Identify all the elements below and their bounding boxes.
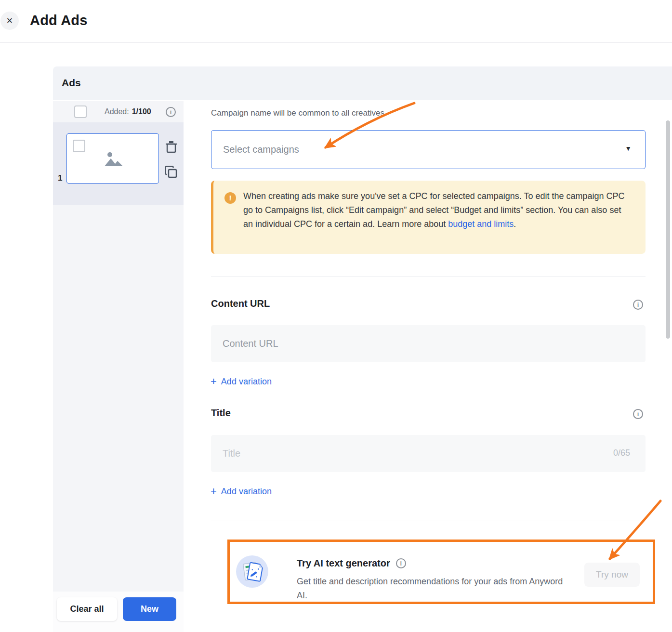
top-header: × Add Ads [0, 0, 672, 43]
ai-text-generator-card: Try AI text generator i Get title and de… [227, 540, 655, 604]
sidebar-footer: Clear all New [53, 592, 184, 632]
warning-text-after: . [514, 219, 516, 229]
add-variation-label: Add variation [221, 377, 272, 387]
ads-sidebar: Added: 1/100 i 1 [53, 100, 184, 632]
title-char-counter: 0/65 [613, 448, 630, 458]
ai-documents-icon [236, 555, 268, 588]
cpc-warning-text: When creating ads make sure you've set a… [243, 189, 629, 231]
delete-icon[interactable] [165, 141, 177, 153]
plus-icon: + [211, 376, 217, 387]
plus-icon: + [211, 486, 217, 497]
ai-card-title: Try AI text generator [297, 558, 390, 569]
title-input[interactable] [211, 435, 646, 472]
section-divider [211, 521, 646, 521]
main-content: Campaign name will be common to all crea… [184, 100, 672, 632]
added-counter-row: Added: 1/100 i [53, 101, 184, 122]
warning-text-before: When creating ads make sure you've set a… [243, 191, 625, 229]
select-campaigns-placeholder: Select campaigns [223, 144, 299, 155]
added-label: Added: [105, 107, 129, 116]
ad-thumbnail-card[interactable] [66, 133, 159, 184]
section-divider [211, 276, 646, 277]
new-button[interactable]: New [123, 597, 176, 621]
chevron-down-icon: ▼ [625, 145, 632, 152]
select-all-checkbox[interactable] [74, 105, 87, 118]
add-variation-content-url[interactable]: + Add variation [211, 376, 272, 387]
budget-and-limits-link[interactable]: budget and limits [448, 219, 514, 229]
close-icon[interactable]: × [0, 12, 19, 30]
content-url-info-icon[interactable]: i [633, 300, 643, 310]
title-label: Title [211, 408, 231, 419]
warning-icon: ! [224, 192, 236, 204]
ad-item-number: 1 [58, 173, 62, 183]
add-ads-page: × Add Ads Ads Added: 1/100 i 1 [0, 0, 672, 632]
ai-card-description: Get title and description recommendation… [297, 575, 569, 603]
select-campaigns-dropdown[interactable]: Select campaigns ▼ [211, 130, 646, 169]
added-count: 1/100 [132, 107, 151, 116]
page-title: Add Ads [30, 13, 88, 28]
duplicate-icon[interactable] [165, 166, 177, 178]
content-url-input[interactable] [211, 325, 646, 362]
add-variation-label: Add variation [221, 487, 272, 497]
clear-all-button[interactable]: Clear all [57, 597, 117, 621]
add-variation-title[interactable]: + Add variation [211, 486, 272, 497]
ad-list-item[interactable]: 1 [53, 122, 184, 205]
ads-panel-title: Ads [62, 77, 81, 89]
ad-item-checkbox[interactable] [73, 140, 85, 152]
vertical-scrollbar-thumb[interactable] [666, 120, 670, 339]
try-now-button[interactable]: Try now [584, 563, 640, 587]
content-url-label: Content URL [211, 298, 270, 309]
ads-panel-titlebar: Ads [53, 66, 672, 100]
cpc-warning-banner: ! When creating ads make sure you've set… [211, 181, 646, 254]
info-icon[interactable]: i [166, 107, 176, 117]
image-placeholder-icon [104, 151, 124, 168]
title-info-icon[interactable]: i [633, 409, 643, 419]
campaign-caption: Campaign name will be common to all crea… [211, 108, 387, 118]
title-field-wrap: 0/65 [211, 435, 646, 472]
ai-info-icon[interactable]: i [396, 558, 406, 568]
ad-list-empty-area [53, 205, 184, 592]
content-url-field-wrap [211, 325, 646, 362]
